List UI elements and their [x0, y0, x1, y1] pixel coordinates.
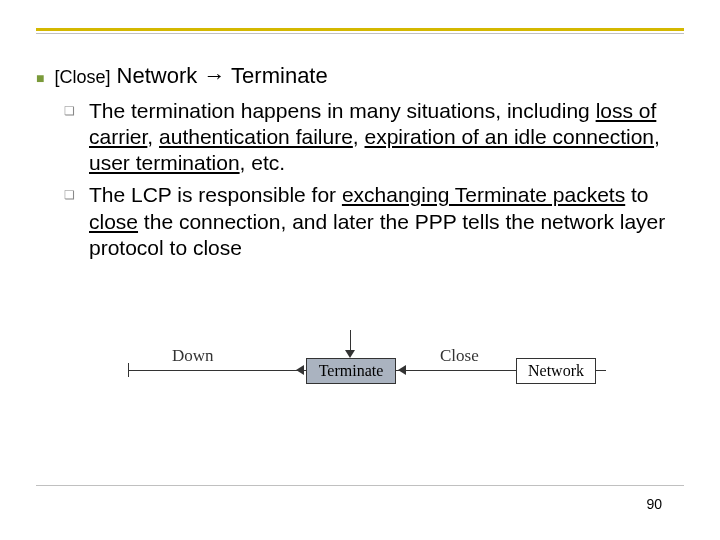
sub1-e: , etc.	[240, 151, 286, 174]
sub-bullets: ❏ The termination happens in many situat…	[36, 98, 684, 262]
arrow-down-line	[350, 330, 351, 352]
page-number: 90	[646, 496, 662, 512]
bracket-label: [Close]	[54, 67, 110, 87]
bullet-main-icon: ■	[36, 70, 44, 86]
sub1-c: ,	[353, 125, 365, 148]
sub1-u3: expiration of an idle connection	[365, 125, 655, 148]
state-diagram: Down Terminate Close Network	[128, 330, 606, 410]
sub2-text: The LCP is responsible for exchanging Te…	[89, 182, 684, 261]
sub1-d: ,	[654, 125, 660, 148]
sub1-u2: authentication failure	[159, 125, 353, 148]
sub-bullet-1: ❏ The termination happens in many situat…	[36, 98, 684, 177]
sub1-text: The termination happens in many situatio…	[89, 98, 684, 177]
tick-right	[598, 370, 606, 371]
slide-body: ■ [Close] Network → Terminate ❏ The term…	[0, 0, 720, 540]
box-terminate: Terminate	[306, 358, 396, 384]
sub1-u4: user termination	[89, 151, 240, 174]
main-bullet-row: ■ [Close] Network → Terminate	[36, 62, 684, 90]
arrow-left2-head-icon	[398, 365, 406, 375]
sub2-a: The LCP is responsible for	[89, 183, 342, 206]
bullet-sub-icon: ❏	[64, 188, 75, 261]
label-close: Close	[440, 346, 479, 366]
terminate-text: Terminate	[319, 362, 384, 380]
thin-rule-top	[36, 33, 684, 34]
arrow-left-head-icon	[296, 365, 304, 375]
accent-rule	[36, 28, 684, 31]
sub2-b: to	[625, 183, 648, 206]
arrow-down-head-icon	[345, 350, 355, 358]
label-down: Down	[172, 346, 214, 366]
sub1-b: ,	[147, 125, 159, 148]
thin-rule-bottom	[36, 485, 684, 486]
main-title-rest: Network → Terminate	[111, 63, 328, 88]
network-text: Network	[528, 362, 584, 380]
sub1-a: The termination happens in many situatio…	[89, 99, 596, 122]
sub-bullet-2: ❏ The LCP is responsible for exchanging …	[36, 182, 684, 261]
tick-left	[128, 363, 129, 377]
main-bullet-text: [Close] Network → Terminate	[54, 62, 327, 90]
sub2-c: the connection, and later the PPP tells …	[89, 210, 665, 259]
box-network: Network	[516, 358, 596, 384]
bullet-sub-icon: ❏	[64, 104, 75, 177]
sub2-u2: close	[89, 210, 138, 233]
sub2-u1: exchanging Terminate packets	[342, 183, 625, 206]
